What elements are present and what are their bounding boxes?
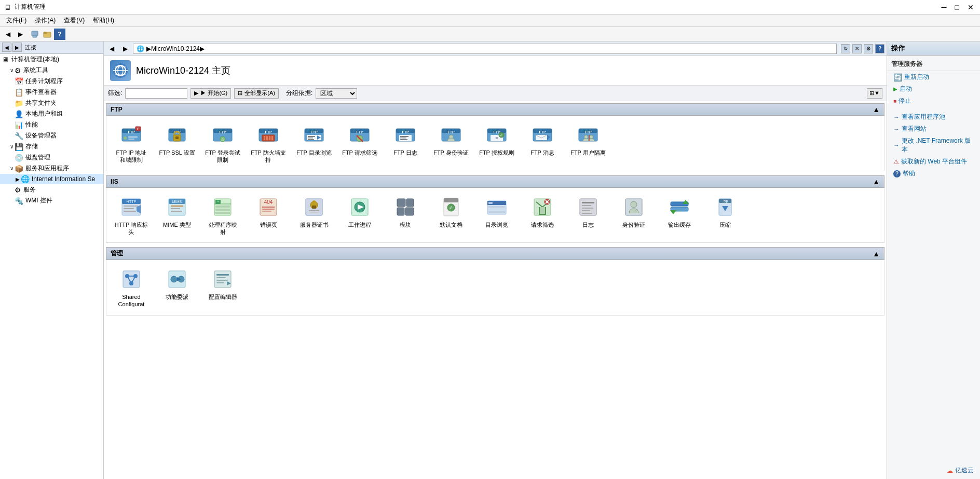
ftp-ip-icon-box: FTP IP bbox=[119, 122, 144, 147]
sidebar-forward-btn[interactable]: ▶ bbox=[12, 43, 22, 52]
sidebar-label-systemtools: 系统工具 bbox=[23, 66, 48, 75]
sidebar-item-wmi[interactable]: 🔩 WMI 控件 bbox=[0, 195, 103, 206]
feature-req-filter[interactable]: 请求筛选 bbox=[522, 192, 563, 239]
svg-rect-120 bbox=[488, 211, 505, 213]
feature-ftp-dir[interactable]: FTP FTP 目录浏览 bbox=[293, 120, 335, 167]
right-action-get-web-comp[interactable]: ⚠ 获取新的 Web 平台组件 bbox=[887, 156, 980, 168]
help-button[interactable]: ? bbox=[54, 29, 65, 40]
feature-error-pages[interactable]: 404 错误页 bbox=[248, 192, 289, 239]
section-ftp-header[interactable]: FTP ▲ bbox=[106, 103, 884, 116]
main-layout: ◀ ▶ 连接 🖥 计算机管理(本地) ∨ ⚙ 系统工具 📅 任务计划程序 📋 事… bbox=[0, 42, 980, 479]
addr-back-btn[interactable]: ◀ bbox=[106, 43, 117, 54]
feature-ftp-filter[interactable]: FTP FTP 请求筛选 bbox=[339, 120, 380, 167]
right-action-restart[interactable]: 🔄 重新启动 bbox=[887, 71, 980, 83]
right-panel-header: 操作 bbox=[887, 42, 980, 56]
sidebar-item-localusers[interactable]: 👤 本地用户和组 bbox=[0, 108, 103, 119]
svg-rect-35 bbox=[271, 136, 273, 140]
section-iis-header[interactable]: IIS ▲ bbox=[106, 175, 884, 188]
minimize-button[interactable]: ─ bbox=[940, 3, 949, 11]
up-button[interactable] bbox=[29, 29, 40, 40]
sidebar-item-taskscheduler[interactable]: 📅 任务计划程序 bbox=[0, 76, 103, 87]
feature-worker-proc[interactable]: 工作进程 bbox=[339, 192, 380, 239]
sidebar-item-iis[interactable]: ▶ 🌐 Internet Information Se bbox=[0, 174, 103, 184]
svg-rect-128 bbox=[582, 205, 591, 206]
close-button[interactable]: ✕ bbox=[965, 3, 976, 11]
watermark-text: 亿速云 bbox=[955, 466, 974, 475]
feature-ftp-firewall[interactable]: FTP FTP 防火墙支持 bbox=[248, 120, 289, 167]
addr-options-btn[interactable]: ⚙ bbox=[864, 44, 873, 53]
addr-help-btn[interactable]: ? bbox=[875, 44, 884, 53]
addr-refresh-btn[interactable]: ↻ bbox=[841, 44, 850, 53]
back-button[interactable]: ◀ bbox=[2, 29, 13, 40]
addr-stop-btn[interactable]: ✕ bbox=[852, 44, 862, 53]
feature-delegate-icon-box bbox=[165, 267, 189, 292]
sidebar-item-computer[interactable]: 🖥 计算机管理(本地) bbox=[0, 54, 103, 65]
svg-rect-54 bbox=[400, 139, 407, 140]
right-action-view-website[interactable]: → 查看网站 bbox=[887, 123, 980, 135]
feature-auth[interactable]: 身份验证 bbox=[613, 192, 655, 239]
feature-log[interactable]: 日志 bbox=[567, 192, 609, 239]
feature-ftp-msg[interactable]: FTP FTP 消息 bbox=[522, 120, 563, 167]
ftp-dir-icon-box: FTP bbox=[302, 122, 326, 147]
feature-ftp-log[interactable]: FTP FTP 日志 bbox=[385, 120, 426, 167]
worker-proc-label: 工作进程 bbox=[348, 221, 371, 228]
right-action-change-dotnet[interactable]: → 更改 .NET Framework 版本 bbox=[887, 135, 980, 156]
feature-ftp-login[interactable]: FTP ⚠ FTP 登录尝试限制 bbox=[202, 120, 243, 167]
folder-button[interactable] bbox=[42, 29, 53, 40]
feature-ftp-ip[interactable]: FTP IP FTP IP 地址和域限制 bbox=[111, 120, 152, 167]
sidebar-item-servicesapps[interactable]: ∨ 📦 服务和应用程序 bbox=[0, 163, 103, 174]
view-toggle-btn[interactable]: ⊞▼ bbox=[867, 88, 882, 99]
localusers-icon: 👤 bbox=[15, 110, 23, 118]
sidebar-item-sharedfolders[interactable]: 📁 共享文件夹 bbox=[0, 98, 103, 108]
sidebar-item-eventviewer[interactable]: 📋 事件查看器 bbox=[0, 87, 103, 98]
sidebar-item-storage[interactable]: ∨ 💾 存储 bbox=[0, 141, 103, 152]
svg-rect-92 bbox=[215, 206, 230, 208]
sidebar-back-btn[interactable]: ◀ bbox=[2, 43, 11, 52]
forward-button[interactable]: ▶ bbox=[15, 29, 26, 40]
sidebar-item-performance[interactable]: 📊 性能 bbox=[0, 119, 103, 130]
feature-default-doc[interactable]: ✓ 默认文档 bbox=[430, 192, 472, 239]
feature-feature-delegate[interactable]: 功能委派 bbox=[156, 264, 198, 311]
addr-separator2: ▶ bbox=[200, 45, 205, 52]
feature-dir-browse[interactable]: 目录浏览 bbox=[476, 192, 518, 239]
right-action-help[interactable]: ? 帮助 bbox=[887, 168, 980, 180]
sidebar-item-devicemgr[interactable]: 🔧 设备管理器 bbox=[0, 130, 103, 141]
feature-ftp-auth[interactable]: FTP FTP 身份验证 bbox=[430, 120, 472, 167]
menu-view[interactable]: 查看(V) bbox=[60, 15, 89, 26]
filter-showall-btn[interactable]: ⊞ 全部显示(A) bbox=[234, 88, 279, 99]
dir-browse-label: 目录浏览 bbox=[485, 221, 508, 228]
menu-file[interactable]: 文件(F) bbox=[2, 15, 31, 26]
sidebar-item-systemtools[interactable]: ∨ ⚙ 系统工具 bbox=[0, 65, 103, 76]
menu-help[interactable]: 帮助(H) bbox=[89, 15, 118, 26]
feature-shared-config[interactable]: SharedConfigurat bbox=[111, 264, 152, 311]
right-action-stop[interactable]: ■ 停止 bbox=[887, 95, 980, 107]
modules-icon-box bbox=[393, 195, 418, 220]
feature-modules[interactable]: 模块 bbox=[385, 192, 426, 239]
feature-handler-map[interactable]: → 处理程序映射 bbox=[202, 192, 243, 239]
section-manage-header[interactable]: 管理 ▲ bbox=[106, 247, 884, 260]
menu-action[interactable]: 操作(A) bbox=[31, 15, 60, 26]
sidebar-item-services[interactable]: ⚙ 服务 bbox=[0, 184, 103, 195]
feature-ftp-ssl[interactable]: FTP FTP SSL 设置 bbox=[156, 120, 198, 167]
feature-ftp-authrules[interactable]: FTP ≡ ✓ FTP 授权规则 bbox=[476, 120, 518, 167]
req-filter-label: 请求筛选 bbox=[531, 221, 554, 228]
feature-config-editor[interactable]: 配置编辑器 bbox=[202, 264, 243, 311]
feature-output-cache[interactable]: 输出缓存 bbox=[659, 192, 700, 239]
svg-rect-42 bbox=[308, 139, 314, 140]
sidebar-item-diskmgmt[interactable]: 💿 磁盘管理 bbox=[0, 152, 103, 163]
feature-ftp-useriso[interactable]: FTP FTP 用户隔离 bbox=[567, 120, 609, 167]
ftp-useriso-label: FTP 用户隔离 bbox=[570, 149, 606, 156]
right-action-start[interactable]: ▶ 启动 bbox=[887, 83, 980, 95]
sidebar-label-localusers: 本地用户和组 bbox=[25, 110, 63, 118]
group-select[interactable]: 区域 bbox=[316, 88, 357, 99]
feature-http-headers[interactable]: HTTP HTTP 响应标头 bbox=[111, 192, 152, 239]
req-filter-icon-box bbox=[530, 195, 555, 220]
filter-start-btn[interactable]: ▶ ▶ 开始(G) bbox=[190, 88, 231, 99]
right-action-view-app-pool[interactable]: → 查看应用程序池 bbox=[887, 111, 980, 123]
feature-server-cert[interactable]: 服务器证书 bbox=[293, 192, 335, 239]
maximize-button[interactable]: □ bbox=[953, 3, 961, 11]
filter-input[interactable] bbox=[125, 88, 187, 99]
feature-compress[interactable]: .zip 压缩 bbox=[704, 192, 746, 239]
addr-forward-btn[interactable]: ▶ bbox=[119, 43, 131, 54]
feature-mime-types[interactable]: MIME MIME 类型 bbox=[156, 192, 198, 239]
